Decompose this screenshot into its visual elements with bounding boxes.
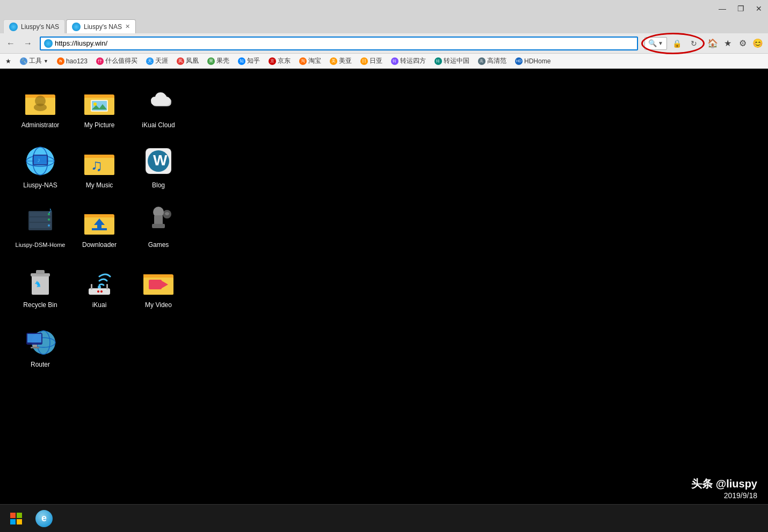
icon-my-music-img: ♫ — [82, 144, 117, 178]
search-area: 🔍 ▼ 🔒 ↻ — [644, 36, 701, 51]
svg-rect-60 — [10, 513, 16, 518]
fav-gqf[interactable]: 高 高清范 — [476, 55, 509, 67]
address-input[interactable] — [55, 39, 634, 47]
fav-smzdm-label: 什么值得买 — [105, 56, 137, 65]
fav-smzdm[interactable]: 什 什么值得买 — [94, 55, 140, 67]
icon-games[interactable]: Games — [129, 199, 188, 254]
fav-zyfw-label: 转运四方 — [400, 56, 426, 65]
icon-blog-img: W — [141, 144, 176, 178]
icon-recycle-bin-label: Recycle Bin — [23, 301, 57, 310]
icon-liuspy-dsm-home[interactable]: ♪ Liuspy-DSM-Home — [11, 199, 70, 253]
forward-button[interactable]: → — [20, 36, 35, 51]
svg-point-3 — [34, 104, 47, 111]
icon-ikuai-cloud-label: iKuai Cloud — [142, 121, 175, 130]
nav-bar: ← → 🔍 ▼ 🔒 ↻ 🏠 ★ ⚙ 😊 — [0, 33, 768, 54]
watermark-text: 头条 @liuspy — [691, 477, 757, 491]
fav-zhihu[interactable]: 知 知乎 — [236, 55, 262, 67]
icon-my-music[interactable]: ♫ My Music — [70, 140, 129, 194]
back-button[interactable]: ← — [3, 36, 18, 51]
icon-ikuai[interactable]: iKuai — [70, 259, 129, 314]
icon-router[interactable]: Router — [11, 319, 70, 374]
fav-gqf-label: 高清范 — [487, 56, 506, 65]
fav-tianya[interactable]: 天 天涯 — [144, 55, 170, 67]
tab-2[interactable]: Liuspy's NAS ✕ — [66, 19, 136, 33]
icon-recycle-bin-img — [23, 264, 57, 298]
icon-games-img — [141, 203, 176, 238]
watermark-date: 2019/9/18 — [691, 491, 757, 500]
tab-2-close[interactable]: ✕ — [125, 23, 130, 30]
tab-2-label: Liuspy's NAS — [84, 23, 122, 31]
browser-chrome: — ❐ ✕ Liuspy's NAS Liuspy's NAS ✕ ← → — [0, 0, 768, 69]
fav-zyzg[interactable]: 转 转运中国 — [432, 55, 472, 67]
svg-point-29 — [48, 224, 50, 227]
fav-ifeng[interactable]: 凤 凤凰 — [175, 55, 201, 67]
fav-hao123[interactable]: h hao123 — [55, 56, 90, 66]
fav-zyfw[interactable]: 转 转运四方 — [389, 55, 428, 67]
fav-hao123-label: hao123 — [66, 57, 88, 65]
icon-my-music-label: My Music — [86, 181, 113, 190]
svg-rect-42 — [36, 270, 45, 274]
refresh-button[interactable]: ↻ — [686, 36, 701, 51]
icon-ikuai-cloud-img — [141, 84, 176, 118]
icon-my-video-img — [141, 264, 176, 298]
fav-taobao[interactable]: 淘 淘宝 — [297, 55, 323, 67]
svg-rect-48 — [106, 284, 108, 289]
fav-zyzg-label: 转运中国 — [444, 56, 469, 65]
fav-amazon-us-label: 美亚 — [339, 56, 352, 65]
icon-games-label: Games — [148, 241, 169, 250]
home-button[interactable]: 🏠 — [706, 37, 720, 50]
icon-my-picture[interactable]: My Picture — [70, 79, 129, 134]
svg-rect-63 — [17, 519, 22, 524]
minimize-button[interactable]: — — [718, 4, 727, 13]
fav-jd[interactable]: 京 京东 — [266, 55, 293, 67]
icon-administrator[interactable]: Administrator — [11, 79, 70, 134]
start-button[interactable] — [4, 507, 28, 530]
fav-tools[interactable]: 🔧 工具 ▼ — [18, 55, 50, 67]
taskbar-ie-logo: e — [35, 510, 53, 527]
icon-ikuai-cloud[interactable]: iKuai Cloud — [129, 79, 188, 134]
svg-rect-58 — [33, 345, 37, 347]
svg-text:W: W — [153, 152, 168, 169]
fav-guokr[interactable]: 果 果壳 — [205, 55, 231, 67]
address-bar-wrapper — [40, 37, 638, 50]
fav-amazon-us[interactable]: 美 美亚 — [328, 55, 354, 67]
title-bar: — ❐ ✕ — [0, 0, 768, 17]
icon-my-picture-label: My Picture — [84, 121, 115, 130]
smiley-button[interactable]: 😊 — [751, 37, 765, 50]
close-button[interactable]: ✕ — [754, 4, 764, 13]
svg-rect-57 — [27, 334, 41, 342]
desktop: Administrator My Picture — [0, 69, 768, 504]
icon-administrator-label: Administrator — [21, 121, 60, 130]
lock-icon[interactable]: 🔒 — [669, 36, 684, 51]
search-box: 🔍 ▼ — [644, 37, 667, 50]
svg-text:♪: ♪ — [48, 206, 52, 215]
svg-rect-14 — [34, 156, 47, 164]
icon-downloader[interactable]: Downloader — [70, 199, 129, 254]
taskbar: e — [0, 504, 768, 532]
settings-button[interactable]: ⚙ — [736, 37, 750, 50]
title-bar-controls: — ❐ ✕ — [718, 4, 764, 13]
tab-2-icon — [72, 23, 81, 31]
fav-amazon-jp[interactable]: 日 日亚 — [358, 55, 385, 67]
icon-liuspy-nas[interactable]: ♪ Liuspy-NAS — [11, 140, 70, 194]
svg-rect-62 — [10, 519, 16, 524]
icon-ikuai-label: iKuai — [92, 301, 107, 310]
svg-point-45 — [97, 290, 99, 293]
fav-hdhome-label: HDHome — [524, 57, 550, 65]
svg-rect-35 — [92, 228, 107, 230]
fav-jd-label: 京东 — [278, 56, 291, 65]
icon-ikuai-img — [82, 264, 117, 298]
icon-administrator-img — [23, 84, 57, 118]
search-dropdown-arrow[interactable]: ▼ — [658, 40, 663, 46]
svg-point-28 — [48, 218, 50, 221]
fav-hdhome[interactable]: HD HDHome — [513, 56, 553, 66]
taskbar-ie-icon[interactable]: e — [32, 507, 56, 530]
icon-recycle-bin[interactable]: Recycle Bin — [11, 259, 70, 314]
tab-1[interactable]: Liuspy's NAS — [3, 19, 65, 33]
favorites-star-button[interactable]: ★ — [721, 37, 735, 50]
icon-blog[interactable]: W Blog — [129, 140, 188, 194]
fav-taobao-label: 淘宝 — [308, 56, 321, 65]
fav-star-icon: ★ — [3, 56, 13, 66]
icon-my-video[interactable]: My Video — [129, 259, 188, 314]
restore-button[interactable]: ❐ — [736, 4, 745, 13]
